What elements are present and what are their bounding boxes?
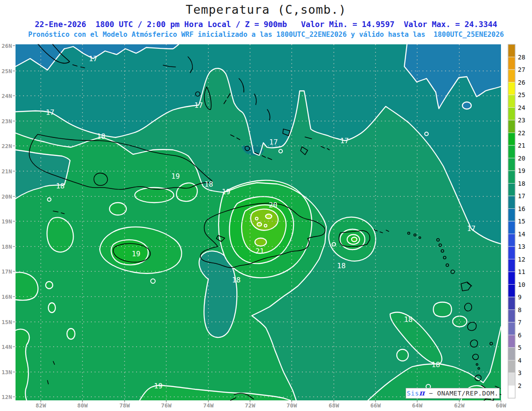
contour-label-18: 18 — [337, 262, 345, 270]
lat-tick-label: 12N — [2, 394, 12, 400]
colorbar-label: 24 — [518, 104, 525, 111]
lon-tick-label: 74W — [203, 402, 214, 409]
lon-tick-label: 72W — [245, 402, 255, 409]
lat-tick-label: 18N — [2, 243, 12, 250]
fill-blue-islet — [462, 102, 471, 109]
lat-tick-label: 26N — [2, 43, 12, 49]
colorbar-label: 3 — [518, 369, 521, 376]
colorbar-segment — [508, 272, 515, 285]
colorbar-segment — [508, 184, 515, 196]
map-canvas: 17171717171718181818181818191919192021 2… — [0, 0, 532, 411]
lat-tick-label: 23N — [2, 118, 12, 125]
colorbar-label: 14 — [518, 231, 525, 238]
fill-hispaniola-core-22b — [255, 238, 266, 246]
colorbar-label: 8 — [518, 306, 521, 313]
colorbar-label: 19 — [518, 167, 525, 174]
contour-label-17: 17 — [467, 224, 475, 233]
colorbar-segment — [508, 348, 515, 360]
lon-tick-label: 66W — [370, 402, 381, 409]
colorbar-segment — [508, 221, 515, 234]
fill-warm-dot-left-3 — [67, 329, 75, 339]
lat-tick-label: 15N — [2, 319, 12, 325]
contour-label-18: 18 — [404, 315, 412, 324]
colorbar-segment — [508, 108, 515, 121]
lon-tick-label: 62W — [454, 402, 465, 409]
colorbar-label: 26 — [518, 79, 525, 86]
colorbar-label: 12 — [518, 256, 525, 263]
lon-tick-label: 82W — [35, 402, 46, 409]
contour-label-19: 19 — [132, 250, 140, 258]
contour-label-18: 18 — [431, 360, 440, 369]
lon-tick-label: 70W — [286, 402, 297, 409]
fill-warm-dot-left-1 — [46, 282, 53, 289]
colorbar-label: 11 — [518, 268, 525, 275]
contour-label-17: 17 — [46, 108, 54, 117]
colorbar-segment — [508, 386, 515, 399]
colorbar-segment — [508, 373, 515, 386]
lat-tick-label: 25N — [2, 68, 12, 74]
contour-label-17: 17 — [194, 101, 203, 110]
colorbar-segment — [508, 145, 515, 158]
colorbar-label: 27 — [518, 66, 525, 73]
colorbar-segment — [508, 209, 515, 222]
lat-tick-label: 19N — [2, 218, 12, 225]
colorbar-segment — [508, 196, 515, 209]
colorbar-segment — [508, 158, 515, 171]
lat-tick-label: 16N — [2, 294, 12, 300]
colorbar-label: 2 — [518, 382, 521, 389]
lon-tick-label: 80W — [77, 402, 88, 409]
colorbar-segment — [508, 322, 515, 335]
colorbar-label: 4 — [518, 357, 521, 364]
contour-label-18: 18 — [56, 182, 64, 190]
colorbar-label: 20 — [518, 155, 525, 162]
lon-tick-label: 76W — [161, 402, 172, 409]
fill-warm-oval-nw-jamaica — [110, 203, 126, 215]
lat-tick-label: 20N — [2, 193, 12, 200]
lon-tick-label: 64W — [412, 402, 422, 409]
colorbar-segment — [508, 285, 515, 297]
contour-label-19: 19 — [171, 172, 180, 180]
colorbar-segment — [508, 335, 515, 348]
colorbar-label: 6 — [518, 332, 521, 339]
colorbar-label: 7 — [518, 319, 521, 326]
watermark-onamet: − ONAMET/REP.DOM. — [425, 390, 498, 397]
colorbar-segment — [508, 247, 515, 259]
contour-label-18: 18 — [204, 180, 213, 188]
watermark-pi-icon: π — [419, 388, 425, 397]
colorbar-segment — [508, 82, 515, 95]
fill-hispaniola-peak-23 — [266, 214, 272, 219]
colorbar-segment — [508, 57, 515, 70]
colorbar-segment — [508, 360, 515, 373]
colorbar-segment — [508, 310, 515, 323]
colorbar-label: 16 — [518, 205, 525, 212]
fill-hispaniola-peak-23b — [257, 223, 262, 226]
colorbar-segment — [508, 171, 515, 184]
colorbar-label: 23 — [518, 117, 525, 124]
colorbar-segment — [508, 259, 515, 272]
lon-tick-label: 60W — [496, 402, 506, 409]
colorbar-label: 10 — [518, 281, 525, 288]
colorbar-label: 22 — [518, 129, 525, 137]
lat-tick-label: 21N — [2, 168, 12, 175]
colorbar-label: 13 — [518, 243, 525, 250]
temperature-fill-regions — [16, 44, 501, 400]
colorbar-label: 9 — [518, 294, 521, 301]
contour-label-17: 17 — [269, 138, 278, 146]
contour-label-19: 19 — [154, 382, 162, 390]
colorbar-segment — [508, 95, 515, 108]
lon-tick-label: 78W — [119, 402, 130, 409]
contour-label-17: 17 — [89, 55, 97, 63]
colorbar-label: 28 — [518, 54, 525, 61]
fill-green-blob-east-3 — [453, 316, 467, 327]
colorbar-legend: 2827262524232221201918171615141312111098… — [508, 44, 525, 398]
contour-label-19: 19 — [222, 188, 230, 196]
lat-tick-label: 13N — [2, 369, 12, 376]
fill-hispaniola-core-22 — [250, 209, 278, 231]
colorbar-label: 17 — [518, 192, 525, 200]
colorbar-label: 21 — [518, 142, 525, 149]
colorbar-segment — [508, 120, 515, 133]
colorbar-label: 15 — [518, 218, 525, 225]
fill-green-blob-east-2 — [434, 302, 452, 317]
lat-tick-label: 14N — [2, 344, 12, 350]
watermark-sis: Sis — [407, 390, 419, 397]
